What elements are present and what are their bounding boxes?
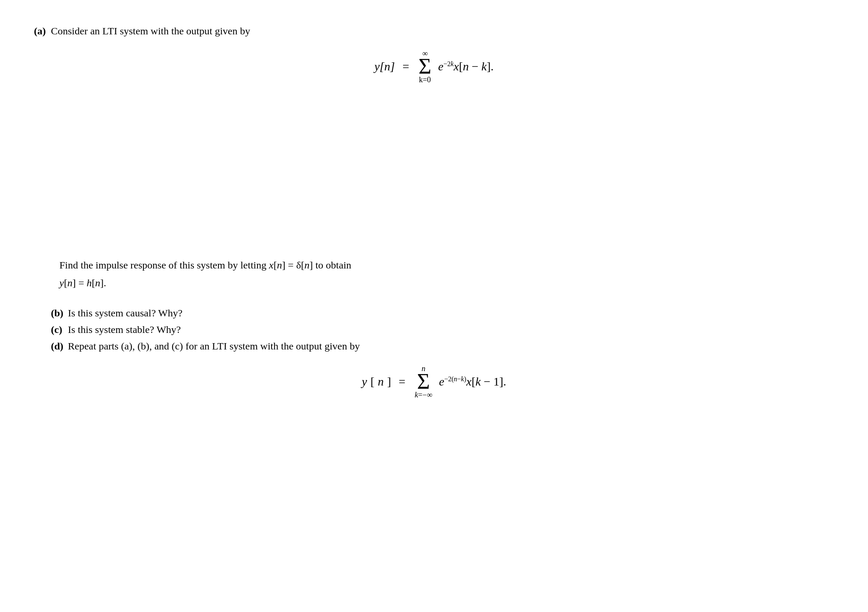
eq2-rhs-var: x xyxy=(466,375,471,388)
eq2-sigma-sub: k=−∞ xyxy=(415,391,432,399)
eq2-exp: −2(n−k) xyxy=(444,375,466,383)
eq1-term: e−2kx[n − k]. xyxy=(438,60,494,73)
eq2-sigma-symbol: Σ xyxy=(417,371,430,393)
find-section: Find the impulse response of this system… xyxy=(59,257,834,291)
eq2-equals: = xyxy=(399,375,406,388)
eq1-lhs: y[n] xyxy=(374,60,395,73)
eq1-sigma: ∞ Σ k=0 xyxy=(418,50,431,84)
part-c-text: Is this system stable? Why? xyxy=(68,324,181,335)
page-content: (a) Consider an LTI system with the outp… xyxy=(34,25,834,399)
parts-section: (b) Is this system causal? Why? (c) Is t… xyxy=(51,307,834,352)
part-a-header: (a) Consider an LTI system with the outp… xyxy=(34,25,834,37)
part-d-text: Repeat parts (a), (b), and (c) for an LT… xyxy=(68,341,360,352)
part-b-label: (b) xyxy=(51,307,64,319)
equation-2-block: y[n] = n Σ k=−∞ e−2(n−k)x[k − 1]. xyxy=(34,365,834,399)
part-d-row: (d) Repeat parts (a), (b), and (c) for a… xyxy=(51,341,834,352)
eq1-equals: = xyxy=(403,60,409,73)
eq1-rhs-var: x xyxy=(454,60,459,73)
part-a-text: Consider an LTI system with the output g… xyxy=(51,25,250,37)
eq2-term: e−2(n−k)x[k − 1]. xyxy=(439,375,507,388)
part-b-row: (b) Is this system causal? Why? xyxy=(51,307,834,319)
eq2-lhs: y xyxy=(362,375,367,388)
part-c-row: (c) Is this system stable? Why? xyxy=(51,324,834,335)
part-a-label: (a) xyxy=(34,25,46,37)
find-text-line2: y[n] = h[n]. xyxy=(59,275,834,291)
eq1-exp: −2k xyxy=(443,60,454,67)
part-b-text: Is this system causal? Why? xyxy=(68,307,182,319)
eq1-e: e xyxy=(438,60,443,73)
equation-1-block: y[n] = ∞ Σ k=0 e−2kx[n − k]. xyxy=(34,50,834,84)
part-d-label: (d) xyxy=(51,341,64,352)
eq1-sigma-symbol: Σ xyxy=(418,56,431,78)
find-text-line1: Find the impulse response of this system… xyxy=(59,257,834,273)
eq1-sigma-sub: k=0 xyxy=(419,76,431,84)
eq2-sigma: n Σ k=−∞ xyxy=(415,365,432,399)
equation-2: y[n] = n Σ k=−∞ e−2(n−k)x[k − 1]. xyxy=(362,365,507,399)
part-c-label: (c) xyxy=(51,324,64,335)
spacer xyxy=(34,105,834,232)
equation-1: y[n] = ∞ Σ k=0 e−2kx[n − k]. xyxy=(374,50,493,84)
eq2-e: e xyxy=(439,375,444,388)
